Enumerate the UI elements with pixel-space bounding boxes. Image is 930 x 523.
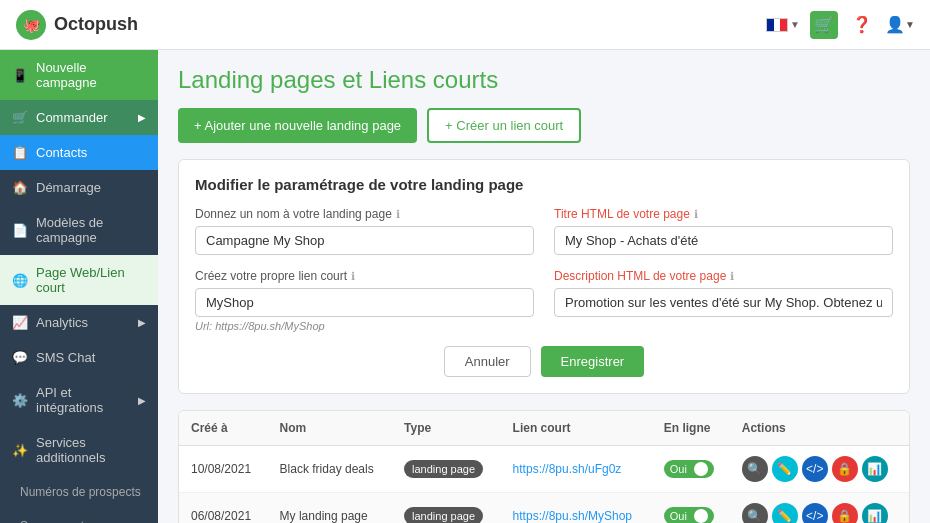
sidebar-label-sous-comptes: Sous-comptes — [20, 519, 97, 523]
save-button[interactable]: Enregistrer — [541, 346, 645, 377]
basket-icon[interactable]: 🛒 — [810, 11, 838, 39]
row2-toggle-label: Oui — [670, 510, 687, 522]
sidebar-item-sous-comptes[interactable]: Sous-comptes — [0, 509, 158, 523]
api-icon: ⚙️ — [12, 393, 28, 408]
row2-name: My landing page — [268, 493, 392, 524]
row1-delete-button[interactable]: 🔒 — [832, 456, 858, 482]
services-icon: ✨ — [12, 443, 28, 458]
form-row-1: Donnez un nom à votre landing page ℹ Tit… — [195, 207, 893, 255]
layout: 📱 Nouvelle campagne 🛒 Commander ▶ 📋 Cont… — [0, 50, 930, 523]
account-icon[interactable]: 👤 ▼ — [886, 11, 914, 39]
row2-type-badge: landing page — [404, 507, 483, 523]
row2-toggle-circle — [694, 509, 708, 523]
form-label-short-link: Créez votre propre lien court ℹ — [195, 269, 534, 283]
api-chevron: ▶ — [138, 395, 146, 406]
row1-created: 10/08/2021 — [179, 446, 268, 493]
row1-action-buttons: 🔍 ✏️ </> 🔒 📊 — [742, 456, 897, 482]
row2-edit-button[interactable]: ✏️ — [772, 503, 798, 523]
col-created: Créé à — [179, 411, 268, 446]
form-group-short-link: Créez votre propre lien court ℹ Url: htt… — [195, 269, 534, 332]
row2-stats-button[interactable]: 📊 — [862, 503, 888, 523]
row1-edit-button[interactable]: ✏️ — [772, 456, 798, 482]
row1-actions: 🔍 ✏️ </> 🔒 📊 — [730, 446, 909, 493]
row2-search-button[interactable]: 🔍 — [742, 503, 768, 523]
table-container: Créé à Nom Type Lien court En ligne Acti… — [178, 410, 910, 523]
form-card: Modifier le paramétrage de votre landing… — [178, 159, 910, 394]
flag-selector[interactable]: ▼ — [766, 18, 800, 32]
add-landing-button[interactable]: + Ajouter une nouvelle landing page — [178, 108, 417, 143]
campagne-icon: 📱 — [12, 68, 28, 83]
row1-name: Black friday deals — [268, 446, 392, 493]
field-html-title-input[interactable] — [554, 226, 893, 255]
sidebar-item-commander[interactable]: 🛒 Commander ▶ — [0, 100, 158, 135]
sidebar-item-services[interactable]: ✨ Services additionnels — [0, 425, 158, 475]
sidebar-item-modeles[interactable]: 📄 Modèles de campagne — [0, 205, 158, 255]
row2-link-text: https://8pu.sh/MyShop — [513, 509, 632, 523]
form-actions: Annuler Enregistrer — [195, 346, 893, 377]
row2-online: Oui — [652, 493, 730, 524]
form-label-name: Donnez un nom à votre landing page ℹ — [195, 207, 534, 221]
row1-online: Oui — [652, 446, 730, 493]
help-icon[interactable]: ❓ — [848, 11, 876, 39]
row1-toggle-label: Oui — [670, 463, 687, 475]
form-section-title: Modifier le paramétrage de votre landing… — [195, 176, 893, 193]
form-url-hint: Url: https://8pu.sh/MyShop — [195, 320, 534, 332]
row2-link: https://8pu.sh/MyShop — [501, 493, 652, 524]
cancel-button[interactable]: Annuler — [444, 346, 531, 377]
field-description-input[interactable] — [554, 288, 893, 317]
sidebar-item-analytics[interactable]: 📈 Analytics ▶ — [0, 305, 158, 340]
form-label-html-title: Titre HTML de votre page ℹ — [554, 207, 893, 221]
analytics-chevron: ▶ — [138, 317, 146, 328]
col-online: En ligne — [652, 411, 730, 446]
sidebar-label-modeles: Modèles de campagne — [36, 215, 146, 245]
row2-created: 06/08/2021 — [179, 493, 268, 524]
row2-delete-button[interactable]: 🔒 — [832, 503, 858, 523]
create-link-button[interactable]: + Créer un lien court — [427, 108, 581, 143]
row1-code-button[interactable]: </> — [802, 456, 828, 482]
field-name-input[interactable] — [195, 226, 534, 255]
row2-toggle[interactable]: Oui — [664, 507, 714, 523]
row1-stats-button[interactable]: 📊 — [862, 456, 888, 482]
add-landing-label: + Ajouter une nouvelle landing page — [194, 118, 401, 133]
sidebar-label-sms-chat: SMS Chat — [36, 350, 95, 365]
header-right: ▼ 🛒 ❓ 👤 ▼ — [766, 11, 914, 39]
analytics-icon: 📈 — [12, 315, 28, 330]
sidebar-label-services: Services additionnels — [36, 435, 146, 465]
row1-type-badge: landing page — [404, 460, 483, 478]
form-row-2: Créez votre propre lien court ℹ Url: htt… — [195, 269, 893, 332]
table-row: 06/08/2021 My landing page landing page … — [179, 493, 909, 524]
sidebar-item-nouvelle-campagne[interactable]: 📱 Nouvelle campagne — [0, 50, 158, 100]
info-icon-html-title: ℹ — [694, 208, 698, 221]
landing-pages-table: Créé à Nom Type Lien court En ligne Acti… — [179, 411, 909, 523]
sidebar-item-demarrage[interactable]: 🏠 Démarrage — [0, 170, 158, 205]
form-group-name: Donnez un nom à votre landing page ℹ — [195, 207, 534, 255]
sidebar: 📱 Nouvelle campagne 🛒 Commander ▶ 📋 Cont… — [0, 50, 158, 523]
col-name: Nom — [268, 411, 392, 446]
main-content: Landing pages et Liens courts + Ajouter … — [158, 50, 930, 523]
form-group-description: Description HTML de votre page ℹ — [554, 269, 893, 332]
row1-search-button[interactable]: 🔍 — [742, 456, 768, 482]
row2-code-button[interactable]: </> — [802, 503, 828, 523]
logo-text: Octopush — [54, 14, 138, 35]
row1-toggle[interactable]: Oui — [664, 460, 714, 478]
flag-chevron: ▼ — [790, 19, 800, 30]
sidebar-item-contacts[interactable]: 📋 Contacts — [0, 135, 158, 170]
sidebar-item-numeros[interactable]: Numéros de prospects — [0, 475, 158, 509]
logo: 🐙 Octopush — [16, 10, 138, 40]
sidebar-item-sms-chat[interactable]: 💬 SMS Chat — [0, 340, 158, 375]
flag-fr — [766, 18, 788, 32]
row1-link: https://8pu.sh/uFg0z — [501, 446, 652, 493]
sidebar-label-page-web: Page Web/Lien court — [36, 265, 146, 295]
modeles-icon: 📄 — [12, 223, 28, 238]
sidebar-item-api[interactable]: ⚙️ API et intégrations ▶ — [0, 375, 158, 425]
sidebar-item-page-web[interactable]: 🌐 Page Web/Lien court — [0, 255, 158, 305]
sms-chat-icon: 💬 — [12, 350, 28, 365]
top-buttons: + Ajouter une nouvelle landing page + Cr… — [178, 108, 910, 143]
field-short-link-input[interactable] — [195, 288, 534, 317]
row1-type: landing page — [392, 446, 501, 493]
col-actions: Actions — [730, 411, 909, 446]
commander-chevron: ▶ — [138, 112, 146, 123]
page-web-icon: 🌐 — [12, 273, 28, 288]
header: 🐙 Octopush ▼ 🛒 ❓ 👤 ▼ — [0, 0, 930, 50]
table-header-row: Créé à Nom Type Lien court En ligne Acti… — [179, 411, 909, 446]
